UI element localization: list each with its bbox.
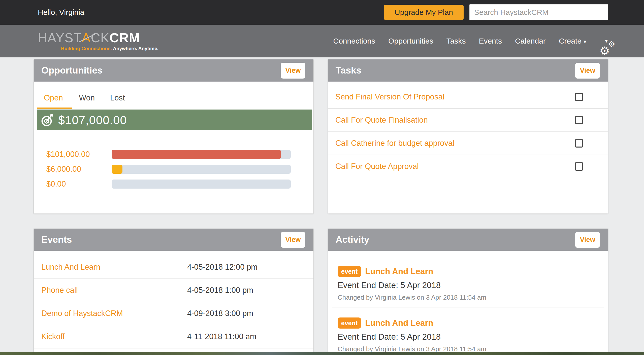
nav-item-events[interactable]: Events	[479, 37, 502, 45]
task-row: Send Final Version Of Proposal	[328, 86, 608, 109]
activity-title: Activity	[336, 229, 369, 251]
task-link[interactable]: Call For Quote Approval	[335, 162, 419, 171]
tasks-card: Tasks View Send Final Version Of Proposa…	[328, 59, 608, 214]
chevron-down-icon: ▾	[584, 39, 586, 45]
event-datetime: 4-09-2018 3:00 pm	[187, 309, 253, 318]
event-row: Phone call 4-05-2018 1:00 pm	[34, 279, 313, 302]
event-link[interactable]: Lunch And Learn	[41, 263, 100, 272]
logo-wordmark: HAYSTACKCRM	[38, 30, 158, 45]
activity-detail: Event End Date: 5 Apr 2018	[338, 280, 600, 290]
opportunities-card-header: Opportunities View	[34, 59, 313, 82]
bar-label: $6,000.00	[46, 165, 81, 174]
task-row: Call For Quote Finalisation	[328, 109, 608, 132]
event-type-badge: event	[338, 317, 361, 329]
activity-detail: Event End Date: 5 Apr 2018	[338, 332, 600, 342]
tasks-view-button[interactable]: View	[575, 63, 600, 79]
opportunity-bar-row: $6,000.00	[34, 165, 313, 174]
activity-entry-head: event Lunch And Learn	[338, 266, 600, 277]
greeting-text: Hello, Virginia	[38, 0, 84, 25]
bar-fill	[112, 165, 122, 174]
activity-event-link[interactable]: Lunch And Learn	[365, 318, 433, 328]
tab-won[interactable]: Won	[79, 93, 95, 102]
events-card-header: Events View	[34, 229, 313, 251]
task-list: Send Final Version Of Proposal Call For …	[328, 86, 608, 178]
logo-tagline: Building Connections. Anywhere. Anytime.	[61, 46, 158, 51]
activity-event-link[interactable]: Lunch And Learn	[365, 267, 433, 276]
tab-open[interactable]: Open	[44, 93, 63, 102]
nav-item-tasks[interactable]: Tasks	[446, 37, 466, 45]
activity-card-header: Activity View	[328, 229, 608, 251]
task-row: Call Catherine for budget approval	[328, 132, 608, 155]
nav-item-connections[interactable]: Connections	[333, 37, 375, 45]
tab-lost[interactable]: Lost	[110, 93, 125, 102]
search-input[interactable]	[469, 4, 608, 20]
event-datetime: 4-05-2018 1:00 pm	[187, 286, 253, 295]
event-row: Lunch And Learn 4-05-2018 12:00 pm	[34, 256, 313, 279]
bar-label: $101,000.00	[46, 150, 90, 159]
active-tab-underline	[37, 108, 72, 109]
event-row: Demo of HaystackCRM 4-09-2018 3:00 pm	[34, 302, 313, 325]
chevron-down-icon: ▾	[605, 38, 608, 44]
main-nav-bar: HAYSTACKCRM Building Connections. Anywhe…	[0, 25, 644, 57]
nav-item-opportunities[interactable]: Opportunities	[388, 37, 433, 45]
activity-meta: Changed by Virginia Lewis on 3 Apr 2018 …	[338, 294, 600, 301]
opportunities-card: Opportunities View Open Won Lost $107,00…	[34, 59, 313, 214]
logo-part-ck: CK	[91, 30, 109, 45]
background-photo-strip	[0, 352, 644, 355]
open-total-banner: $107,000.00	[37, 110, 312, 130]
logo-part-crm: CRM	[109, 30, 140, 45]
nav-item-calendar[interactable]: Calendar	[515, 37, 546, 45]
event-link[interactable]: Kickoff	[41, 332, 65, 341]
activity-entry: event Lunch And Learn Event End Date: 5 …	[338, 266, 600, 301]
activity-entry: event Lunch And Learn Event End Date: 5 …	[338, 317, 600, 353]
opportunity-bar-row: $101,000.00	[34, 150, 313, 159]
events-card: Events View Lunch And Learn 4-05-2018 12…	[34, 229, 313, 352]
task-row: Call For Quote Approval	[328, 155, 608, 178]
opportunity-bar-row: $0.00	[34, 180, 313, 189]
event-datetime: 4-05-2018 12:00 pm	[187, 263, 257, 272]
tab-divider-line	[37, 109, 312, 109]
task-checkbox[interactable]	[575, 139, 583, 148]
events-view-button[interactable]: View	[281, 232, 305, 248]
logo-part-hayst: HAYST	[38, 30, 82, 45]
opportunities-view-button[interactable]: View	[281, 63, 305, 79]
nav-links: Connections Opportunities Tasks Events C…	[333, 25, 608, 57]
activity-entry-head: event Lunch And Learn	[338, 317, 600, 329]
task-checkbox[interactable]	[575, 162, 583, 171]
event-link[interactable]: Demo of HaystackCRM	[41, 309, 123, 318]
bar-track	[112, 150, 291, 159]
bar-label: $0.00	[46, 180, 66, 189]
top-bar: Hello, Virginia Upgrade My Plan	[0, 0, 644, 25]
haystack-logo[interactable]: HAYSTACKCRM Building Connections. Anywhe…	[38, 30, 158, 51]
activity-divider	[332, 307, 604, 307]
upgrade-plan-button[interactable]: Upgrade My Plan	[384, 5, 464, 20]
target-icon	[41, 113, 54, 127]
tasks-title: Tasks	[336, 59, 361, 82]
event-type-badge: event	[338, 266, 361, 277]
bar-track	[112, 165, 291, 174]
event-list: Lunch And Learn 4-05-2018 12:00 pm Phone…	[34, 256, 313, 348]
nav-item-create-dropdown[interactable]: Create▾	[559, 37, 586, 45]
event-datetime: 4-11-2018 11:00 am	[187, 332, 256, 341]
activity-view-button[interactable]: View	[575, 232, 600, 248]
task-checkbox[interactable]	[575, 93, 583, 101]
opportunities-title: Opportunities	[41, 59, 103, 82]
task-link[interactable]: Call Catherine for budget approval	[335, 139, 454, 148]
event-row: Kickoff 4-11-2018 11:00 am	[34, 325, 313, 348]
event-link[interactable]: Phone call	[41, 286, 78, 295]
task-link[interactable]: Send Final Version Of Proposal	[335, 92, 444, 101]
bar-fill	[112, 150, 281, 159]
open-total-amount: $107,000.00	[58, 113, 127, 127]
task-checkbox[interactable]	[575, 116, 583, 124]
bar-track	[112, 180, 291, 189]
events-title: Events	[41, 229, 72, 251]
logo-part-a: A	[82, 30, 91, 45]
tasks-card-header: Tasks View	[328, 59, 608, 82]
task-link[interactable]: Call For Quote Finalisation	[335, 116, 428, 125]
activity-card: Activity View event Lunch And Learn Even…	[328, 229, 608, 352]
